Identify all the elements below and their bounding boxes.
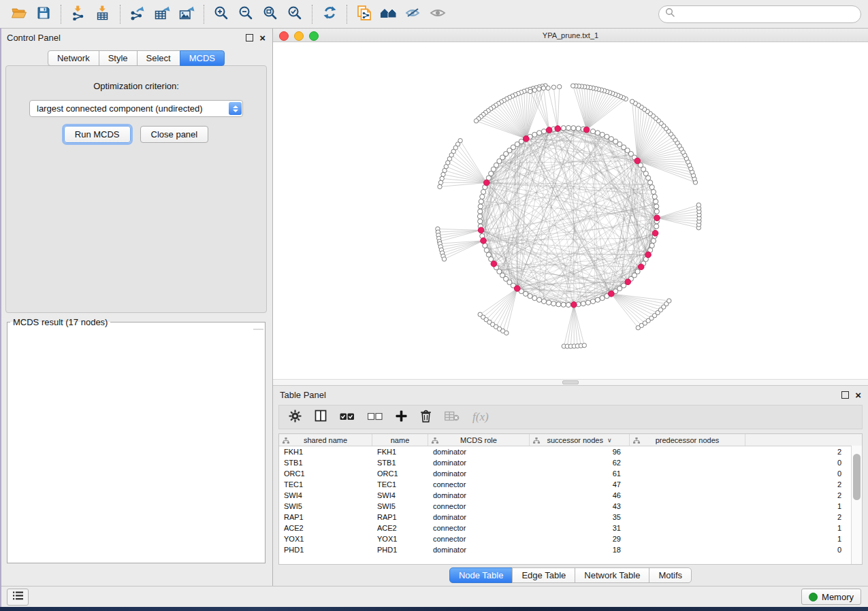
table-cell[interactable]: 31	[530, 524, 630, 532]
table-cell[interactable]: ORC1	[372, 469, 428, 478]
table-cell[interactable]: FKH1	[279, 448, 372, 456]
table-cell[interactable]: SWI4	[279, 491, 372, 499]
graph-node[interactable]	[595, 297, 600, 302]
memory-status-button[interactable]: Memory	[801, 589, 861, 605]
network-window-titlebar[interactable]: YPA_prune.txt_1	[273, 29, 868, 42]
run-mcds-button[interactable]: Run MCDS	[64, 126, 131, 143]
export-table-button[interactable]	[150, 4, 174, 24]
graph-hub-node[interactable]	[571, 302, 577, 308]
table-cell[interactable]: FKH1	[372, 448, 428, 456]
table-cell[interactable]: PHD1	[279, 546, 372, 554]
table-cell[interactable]: 2	[630, 448, 862, 456]
table-cell[interactable]: SWI4	[372, 491, 428, 499]
sort-indicator-icon[interactable]: ∨	[607, 437, 612, 444]
graph-node[interactable]	[590, 129, 595, 134]
table-cell[interactable]: STB1	[279, 459, 372, 467]
graph-node[interactable]	[480, 195, 485, 199]
table-row[interactable]: PHD1PHD1dominator180	[279, 544, 862, 555]
tab-select[interactable]: Select	[137, 50, 180, 66]
graph-node[interactable]	[478, 209, 483, 214]
graph-node[interactable]	[600, 132, 605, 137]
table-cell[interactable]: 96	[530, 448, 630, 456]
table-settings-button[interactable]	[289, 410, 302, 425]
graph-node[interactable]	[481, 189, 486, 194]
first-neighbors-button[interactable]	[376, 4, 401, 24]
graph-node[interactable]	[566, 125, 570, 130]
table-cell[interactable]: dominator	[428, 513, 530, 521]
graph-leaf-node[interactable]	[541, 86, 545, 90]
tab-edge-table[interactable]: Edge Table	[512, 567, 575, 583]
table-scrollbar[interactable]	[851, 446, 862, 564]
graph-node[interactable]	[484, 248, 489, 252]
table-cell[interactable]: RAP1	[372, 513, 428, 521]
column-header-predecessor-nodes[interactable]: predecessor nodes	[630, 434, 745, 446]
table-cell[interactable]: ACE2	[279, 524, 372, 532]
float-panel-icon[interactable]	[841, 391, 849, 399]
graph-node[interactable]	[649, 243, 654, 248]
table-cell[interactable]: 1	[630, 535, 862, 543]
graph-node[interactable]	[654, 199, 658, 204]
mcds-list-scrollbar[interactable]	[253, 329, 263, 330]
table-cell[interactable]: dominator	[428, 469, 530, 478]
graph-leaf-node[interactable]	[582, 343, 586, 347]
create-column-button[interactable]	[396, 410, 407, 425]
table-cell[interactable]: 47	[530, 480, 630, 489]
graph-hub-node[interactable]	[478, 227, 484, 233]
table-cell[interactable]: 18	[530, 546, 630, 554]
column-header-name[interactable]: name	[372, 434, 428, 446]
close-panel-icon[interactable]: ×	[855, 392, 861, 398]
window-minimize-traffic-light[interactable]	[294, 31, 304, 41]
table-row[interactable]: YOX1YOX1connector291	[279, 533, 862, 544]
table-row[interactable]: RAP1RAP1dominator352	[279, 512, 862, 523]
column-header-successor-nodes[interactable]: successor nodes ∨	[530, 434, 630, 446]
table-cell[interactable]: 0	[630, 459, 862, 467]
close-panel-icon[interactable]: ×	[259, 35, 266, 41]
graph-leaf-node[interactable]	[551, 85, 556, 89]
table-cell[interactable]: PHD1	[372, 546, 428, 554]
table-row[interactable]: ACE2ACE2connector311	[279, 523, 862, 533]
graph-node[interactable]	[561, 302, 566, 307]
graph-hub-node[interactable]	[555, 126, 561, 132]
task-history-button[interactable]	[7, 589, 29, 606]
graph-leaf-node[interactable]	[442, 257, 446, 261]
graph-node[interactable]	[651, 238, 656, 243]
graph-hub-node[interactable]	[634, 158, 641, 164]
graph-leaf-node[interactable]	[528, 89, 532, 93]
table-cell[interactable]: dominator	[428, 546, 530, 554]
graph-node[interactable]	[654, 209, 659, 214]
graph-node[interactable]	[556, 302, 561, 307]
graph-node[interactable]	[541, 299, 546, 303]
graph-node[interactable]	[566, 302, 570, 307]
table-cell[interactable]: connector	[428, 524, 530, 532]
graph-node[interactable]	[654, 204, 659, 209]
graph-leaf-node[interactable]	[474, 119, 478, 123]
graph-hub-node[interactable]	[609, 291, 615, 297]
graph-node[interactable]	[648, 180, 653, 185]
select-all-rows-button[interactable]	[340, 411, 355, 423]
save-session-button[interactable]	[31, 4, 56, 24]
graph-node[interactable]	[561, 126, 566, 131]
table-cell[interactable]: dominator	[428, 459, 530, 467]
graph-hub-node[interactable]	[583, 127, 590, 133]
table-row[interactable]: SWI5SWI5connector431	[279, 501, 862, 512]
table-cell[interactable]: 2	[630, 491, 862, 499]
zoom-fit-button[interactable]	[258, 4, 283, 24]
table-cell[interactable]: 61	[530, 469, 630, 478]
table-cell[interactable]: dominator	[428, 448, 530, 456]
graph-leaf-node[interactable]	[696, 203, 701, 207]
horizontal-splitter[interactable]	[273, 379, 868, 386]
graph-node[interactable]	[605, 134, 609, 139]
table-cell[interactable]: TEC1	[372, 480, 428, 489]
graph-hub-node[interactable]	[524, 136, 530, 142]
tab-node-table[interactable]: Node Table	[449, 567, 513, 583]
table-cell[interactable]: 1	[630, 524, 862, 532]
graph-node[interactable]	[590, 299, 595, 303]
graph-hub-node[interactable]	[546, 127, 552, 133]
search-input[interactable]	[675, 8, 854, 20]
graph-hub-node[interactable]	[514, 286, 520, 292]
column-header-shared-name[interactable]: shared name	[279, 434, 372, 446]
graph-leaf-node[interactable]	[532, 88, 536, 92]
table-cell[interactable]: SWI5	[279, 502, 372, 510]
table-cell[interactable]: 46	[530, 491, 630, 499]
table-cell[interactable]: connector	[428, 535, 530, 543]
